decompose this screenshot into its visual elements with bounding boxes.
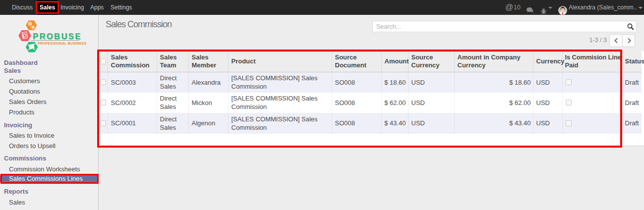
svg-text:PROBUSE: PROBUSE: [33, 32, 82, 41]
svg-text:PROFESSIONAL BUSINESS: PROFESSIONAL BUSINESS: [38, 41, 87, 46]
